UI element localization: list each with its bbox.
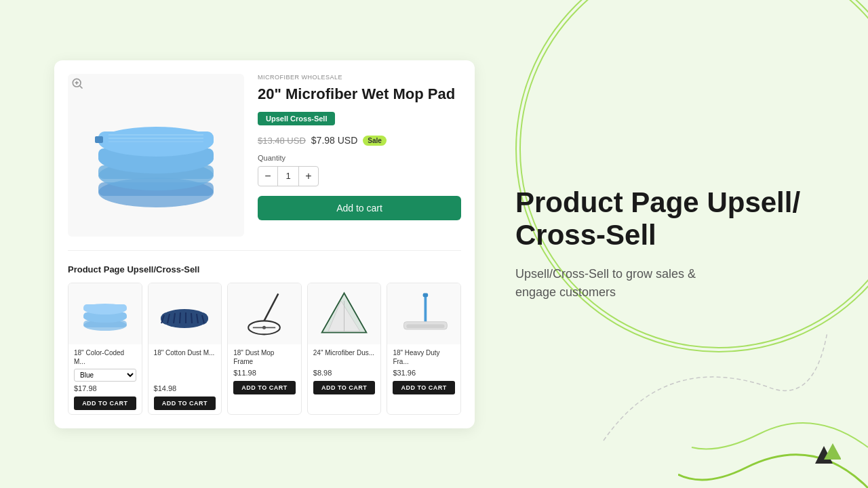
svg-rect-22 bbox=[83, 304, 127, 311]
crosssell-body-1: 18" Color-Coded M... Blue Red Green $17.… bbox=[68, 344, 142, 414]
zoom-icon[interactable] bbox=[71, 77, 84, 90]
crosssell-img-4 bbox=[308, 283, 381, 344]
product-image-container bbox=[68, 74, 244, 237]
quantity-value: 1 bbox=[277, 167, 299, 186]
svg-line-34 bbox=[264, 293, 279, 321]
crosssell-price-3: $11.98 bbox=[233, 369, 296, 377]
quantity-decrease-button[interactable]: − bbox=[258, 167, 277, 186]
product-panel: MICROFIBER WHOLESALE 20" Microfiber Wet … bbox=[54, 60, 475, 428]
arrow-logo bbox=[807, 438, 841, 468]
crosssell-img-5 bbox=[387, 283, 460, 344]
brand-label: MICROFIBER WHOLESALE bbox=[258, 74, 461, 81]
crosssell-price-4: $8.98 bbox=[313, 369, 376, 377]
crosssell-title: Product Page Upsell/Cross-Sell bbox=[68, 264, 461, 274]
crosssell-add-button-3[interactable]: ADD TO CART bbox=[233, 381, 296, 394]
svg-rect-12 bbox=[98, 131, 214, 146]
crosssell-name-3: 18" Dust Mop Frame bbox=[233, 348, 296, 366]
crosssell-variant-1[interactable]: Blue Red Green bbox=[74, 369, 136, 382]
product-info: MICROFIBER WHOLESALE 20" Microfiber Wet … bbox=[258, 74, 461, 237]
svg-line-2 bbox=[80, 85, 83, 88]
upsell-badge: Upsell Cross-Sell bbox=[258, 112, 335, 125]
crosssell-grid: 18" Color-Coded M... Blue Red Green $17.… bbox=[68, 283, 461, 415]
crosssell-price-5: $31.96 bbox=[393, 369, 455, 377]
crosssell-name-1: 18" Color-Coded M... bbox=[74, 348, 136, 366]
crosssell-add-button-2[interactable]: ADD TO CART bbox=[154, 396, 216, 410]
price-current: $7.98 USD bbox=[311, 135, 357, 146]
product-title: 20" Microfiber Wet Mop Pad bbox=[258, 85, 461, 104]
product-main-image bbox=[68, 74, 244, 237]
right-subtext: Upsell/Cross-Sell to grow sales &engage … bbox=[515, 265, 696, 302]
crosssell-item-4: 24" Microfiber Dus... $8.98 ADD TO CART bbox=[307, 283, 382, 415]
crosssell-name-4: 24" Microfiber Dus... bbox=[313, 348, 376, 366]
crosssell-item-2: 18" Cotton Dust M... $14.98 ADD TO CART bbox=[148, 283, 222, 415]
svg-point-36 bbox=[262, 326, 266, 329]
add-to-cart-main-button[interactable]: Add to cart bbox=[258, 196, 461, 220]
svg-rect-43 bbox=[406, 324, 444, 328]
crosssell-price-1: $17.98 bbox=[74, 384, 136, 392]
product-header: MICROFIBER WHOLESALE 20" Microfiber Wet … bbox=[68, 74, 461, 251]
crosssell-item-3: 18" Dust Mop Frame $11.98 ADD TO CART bbox=[227, 283, 302, 415]
price-row: $13.48 USD $7.98 USD Sale bbox=[258, 135, 461, 146]
quantity-increase-button[interactable]: + bbox=[299, 167, 318, 186]
crosssell-body-3: 18" Dust Mop Frame $11.98 ADD TO CART bbox=[228, 344, 301, 414]
quantity-control: − 1 + bbox=[258, 166, 319, 186]
crosssell-name-5: 18" Heavy Duty Fra... bbox=[393, 348, 455, 366]
right-heading: Product Page Upsell/Cross-Sell bbox=[515, 186, 800, 252]
crosssell-price-2: $14.98 bbox=[154, 384, 216, 392]
svg-line-28 bbox=[180, 312, 180, 323]
svg-rect-44 bbox=[422, 293, 428, 298]
product-card: MICROFIBER WHOLESALE 20" Microfiber Wet … bbox=[54, 60, 475, 428]
crosssell-section: Product Page Upsell/Cross-Sell bbox=[68, 264, 461, 415]
crosssell-name-2: 18" Cotton Dust M... bbox=[154, 348, 216, 366]
sale-badge: Sale bbox=[363, 136, 387, 146]
crosssell-item-5: 18" Heavy Duty Fra... $31.96 ADD TO CART bbox=[387, 283, 461, 415]
price-original: $13.48 USD bbox=[258, 136, 306, 146]
crosssell-body-5: 18" Heavy Duty Fra... $31.96 ADD TO CART bbox=[387, 344, 460, 414]
crosssell-body-4: 24" Microfiber Dus... $8.98 ADD TO CART bbox=[308, 344, 381, 414]
right-panel: Product Page Upsell/Cross-Sell Upsell/Cr… bbox=[475, 159, 868, 329]
crosssell-item-1: 18" Color-Coded M... Blue Red Green $17.… bbox=[68, 283, 142, 415]
svg-line-30 bbox=[191, 313, 192, 323]
crosssell-add-button-1[interactable]: ADD TO CART bbox=[74, 396, 136, 410]
svg-rect-16 bbox=[95, 136, 103, 143]
crosssell-add-button-5[interactable]: ADD TO CART bbox=[393, 381, 455, 394]
quantity-label: Quantity bbox=[258, 154, 461, 162]
crosssell-body-2: 18" Cotton Dust M... $14.98 ADD TO CART bbox=[149, 344, 222, 414]
crosssell-img-1 bbox=[68, 283, 142, 344]
crosssell-img-2 bbox=[149, 283, 222, 344]
crosssell-img-3 bbox=[228, 283, 301, 344]
crosssell-add-button-4[interactable]: ADD TO CART bbox=[313, 381, 376, 394]
